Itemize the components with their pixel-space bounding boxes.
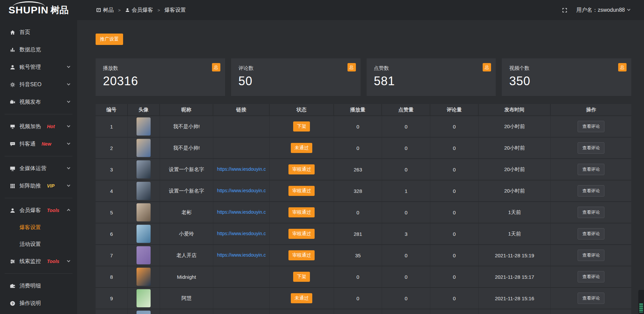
brand-logo[interactable]: SHUPIN 树品 [0,0,77,20]
view-comments-button[interactable]: 查看评论 [578,164,604,175]
cell-plays: 281 [334,223,382,245]
sliders-icon [9,258,15,264]
cell-comments: 0 [430,202,479,223]
breadcrumb-item-shupin[interactable]: 树品 [96,7,114,14]
sidebar-item-video-heating[interactable]: 视频加热 Hot [0,118,77,135]
sidebar-subitem-baoke-settings[interactable]: 爆客设置 [0,219,77,236]
cell-index: 8 [96,266,128,288]
cell-index: 9 [96,288,128,309]
total-badge: 总 [347,63,356,71]
table-row: 2 我不是小帅! 未通过 0 0 0 20小时前 查看评论 [96,138,631,159]
view-comments-button[interactable]: 查看评论 [578,142,604,154]
cell-publish-time: 20小时前 [479,159,551,180]
cell-status: 审核通过 [270,159,334,180]
video-link[interactable]: https://www.iesdouyin.c [217,209,266,215]
cell-avatar [128,202,160,223]
cell-status: 审核通过 [270,245,334,266]
sidebar-item-account-management[interactable]: 账号管理 [0,58,77,76]
cell-status [270,309,334,314]
sidebar-item-data-overview[interactable]: 数据总览 [0,41,77,58]
cell-status: 下架 [270,116,334,138]
logo-arc-decoration [13,1,45,7]
cell-link: https://www.iesdouyin.c [213,202,270,223]
cell-likes: 0 [382,138,430,159]
cell-comments: 0 [430,180,479,202]
chevron-down-icon [67,124,70,127]
fullscreen-icon[interactable] [562,7,568,13]
column-header: 昵称 [160,104,214,116]
avatar [137,117,151,136]
cell-plays: 0 [334,288,382,309]
video-link[interactable]: https://www.iesdouyin.c [217,188,266,193]
cell-likes: 3 [382,223,430,245]
bar-chart-icon [9,47,15,53]
table-row: 9 阿慧 未通过 0 0 0 2021-11-28 15:16 查看评论 [96,288,631,309]
cell-plays: 263 [334,159,382,180]
video-link[interactable]: https://www.iesdouyin.c [217,231,266,236]
promotion-settings-button[interactable]: 推广设置 [96,34,123,45]
sidebar-divider [5,156,72,156]
table-row: 3 设置一个新名字 https://www.iesdouyin.c 审核通过 2… [96,159,631,180]
table-row: 4 设置一个新名字 https://www.iesdouyin.c 审核通过 3… [96,180,631,202]
view-comments-button[interactable]: 查看评论 [578,293,604,304]
cell-avatar [128,116,160,138]
stat-value: 20316 [103,74,218,88]
sidebar-subitem-activity-settings[interactable]: 活动设置 [0,236,77,253]
view-comments-button[interactable]: 查看评论 [578,207,604,218]
table-row: 1 我不是小帅! 下架 0 0 0 20小时前 查看评论 [96,116,631,138]
sidebar-item-matrix-boost[interactable]: 矩阵助推 VIP [0,177,77,195]
view-comments-button[interactable]: 查看评论 [578,271,604,282]
svg-text:?: ? [11,302,13,305]
cell-comments: 0 [430,266,479,288]
sidebar-item-member-baoke[interactable]: 会员爆客 Tools [0,202,77,219]
column-header: 发布时间 [479,104,551,116]
chevron-down-icon [67,99,70,103]
new-badge: New [42,141,51,147]
cell-likes: 0 [382,202,430,223]
table-row: 8 Midnight 下架 0 0 0 2021-11-28 15:17 查看评… [96,266,631,288]
cell-nickname: 我不是小帅! [160,138,214,159]
cell-index: 4 [96,180,128,202]
video-link[interactable]: https://www.iesdouyin.c [217,166,266,172]
chevron-down-icon [67,82,70,85]
cell-publish-time: 2021-11-28 15:17 [479,266,551,288]
cell-likes: 0 [382,245,430,266]
cell-index [96,309,128,314]
cell-likes: 1 [382,180,430,202]
stat-label: 点赞数 [374,65,489,71]
view-comments-button[interactable]: 查看评论 [578,121,604,132]
sidebar-item-video-publish[interactable]: 视频发布 [0,93,77,111]
column-header: 播放量 [334,104,382,116]
sidebar-item-douyin-seo[interactable]: 抖音SEO [0,76,77,93]
breadcrumb-item-member[interactable]: 会员爆客 [125,7,153,14]
user-icon [125,8,130,12]
status-badge: 下架 [293,121,310,132]
sidebar-item-lead-monitor[interactable]: 线索监控 Tools [0,253,77,270]
chat-icon [9,141,15,147]
total-badge: 总 [618,63,627,71]
avatar [137,289,151,307]
user-menu[interactable]: 用户名：zswodun88 [576,7,630,14]
view-comments-button[interactable]: 查看评论 [578,185,604,197]
cell-link [213,266,270,288]
sidebar-item-home[interactable]: 首页 [0,23,77,41]
member-icon [9,207,15,213]
sidebar-item-doukettong[interactable]: 抖客通 New [0,135,77,153]
status-badge: 审核通过 [288,229,315,239]
cell-nickname: 我不是小帅! [160,116,214,138]
video-link[interactable]: https://www.iesdouyin.c [217,252,266,258]
sidebar-item-consumption-details[interactable]: 消费明细 [0,277,77,295]
cell-nickname: 设置一个新名字 [160,180,214,202]
floating-side-widget[interactable] [638,290,644,314]
sidebar-item-omnimedia[interactable]: 全媒体运营 [0,160,77,177]
cell-plays: 0 [334,202,382,223]
cell-status: 未通过 [270,288,334,309]
view-comments-button[interactable]: 查看评论 [578,228,604,240]
avatar [137,268,151,286]
avatar [137,246,151,264]
status-badge: 审核通过 [288,164,315,174]
sidebar-item-operation-guide[interactable]: ? 操作说明 [0,295,77,312]
cell-index: 6 [96,223,128,245]
view-comments-button[interactable]: 查看评论 [578,250,604,261]
chevron-down-icon [67,183,70,187]
